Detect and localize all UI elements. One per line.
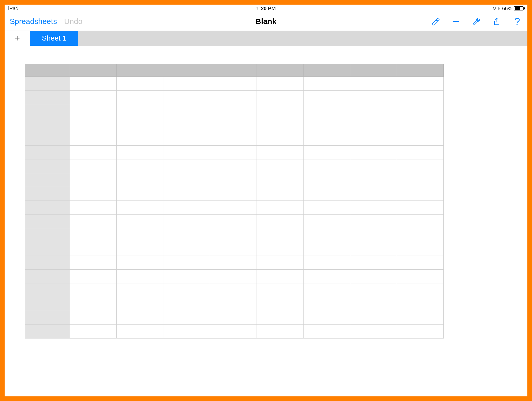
row-header[interactable] — [25, 201, 70, 215]
cell[interactable] — [257, 77, 304, 91]
cell[interactable] — [257, 159, 304, 173]
cell[interactable] — [70, 187, 117, 201]
cell[interactable] — [304, 173, 350, 187]
cell[interactable] — [117, 77, 163, 91]
row-header[interactable] — [25, 297, 70, 311]
cell[interactable] — [257, 283, 304, 297]
insert-button[interactable] — [451, 16, 461, 27]
cell[interactable] — [70, 283, 117, 297]
cell[interactable] — [350, 77, 397, 91]
cell[interactable] — [350, 159, 397, 173]
cell[interactable] — [304, 242, 350, 256]
cell[interactable] — [304, 132, 350, 146]
row-header[interactable] — [25, 146, 70, 159]
cell[interactable] — [117, 270, 163, 283]
grid-corner-cell[interactable] — [25, 64, 70, 77]
cell[interactable] — [163, 311, 210, 325]
cell[interactable] — [397, 132, 444, 146]
cell[interactable] — [350, 325, 397, 339]
cell[interactable] — [163, 159, 210, 173]
cell[interactable] — [350, 118, 397, 132]
cell[interactable] — [210, 270, 257, 283]
cell[interactable] — [163, 132, 210, 146]
sheet-canvas[interactable] — [5, 46, 527, 396]
cell[interactable] — [397, 270, 444, 283]
cell[interactable] — [163, 77, 210, 91]
cell[interactable] — [350, 146, 397, 159]
cell[interactable] — [210, 311, 257, 325]
row-header[interactable] — [25, 228, 70, 242]
cell[interactable] — [304, 91, 350, 104]
cell[interactable] — [70, 159, 117, 173]
cell[interactable] — [350, 311, 397, 325]
cell[interactable] — [117, 187, 163, 201]
cell[interactable] — [163, 104, 210, 118]
cell[interactable] — [70, 146, 117, 159]
cell[interactable] — [210, 159, 257, 173]
cell[interactable] — [70, 297, 117, 311]
cell[interactable] — [257, 201, 304, 215]
column-header[interactable] — [397, 64, 444, 77]
cell[interactable] — [163, 118, 210, 132]
cell[interactable] — [304, 297, 350, 311]
share-button[interactable] — [492, 16, 502, 27]
format-brush-button[interactable] — [430, 16, 441, 27]
cell[interactable] — [257, 270, 304, 283]
cell[interactable] — [304, 228, 350, 242]
cell[interactable] — [70, 104, 117, 118]
cell[interactable] — [350, 242, 397, 256]
cell[interactable] — [117, 283, 163, 297]
cell[interactable] — [210, 132, 257, 146]
cell[interactable] — [397, 311, 444, 325]
cell[interactable] — [70, 256, 117, 270]
cell[interactable] — [304, 270, 350, 283]
cell[interactable] — [210, 228, 257, 242]
cell[interactable] — [350, 187, 397, 201]
cell[interactable] — [163, 173, 210, 187]
cell[interactable] — [210, 187, 257, 201]
cell[interactable] — [163, 242, 210, 256]
cell[interactable] — [257, 256, 304, 270]
cell[interactable] — [210, 256, 257, 270]
row-header[interactable] — [25, 91, 70, 104]
cell[interactable] — [397, 325, 444, 339]
row-header[interactable] — [25, 118, 70, 132]
cell[interactable] — [304, 146, 350, 159]
cell[interactable] — [257, 325, 304, 339]
cell[interactable] — [304, 311, 350, 325]
cell[interactable] — [163, 91, 210, 104]
cell[interactable] — [304, 118, 350, 132]
cell[interactable] — [70, 118, 117, 132]
cell[interactable] — [117, 242, 163, 256]
cell[interactable] — [257, 215, 304, 228]
cell[interactable] — [70, 228, 117, 242]
add-sheet-button[interactable] — [5, 31, 30, 46]
cell[interactable] — [210, 91, 257, 104]
cell[interactable] — [117, 228, 163, 242]
cell[interactable] — [304, 201, 350, 215]
cell[interactable] — [163, 256, 210, 270]
cell[interactable] — [117, 118, 163, 132]
row-header[interactable] — [25, 104, 70, 118]
cell[interactable] — [397, 187, 444, 201]
cell[interactable] — [304, 77, 350, 91]
cell[interactable] — [117, 173, 163, 187]
cell[interactable] — [350, 270, 397, 283]
cell[interactable] — [397, 297, 444, 311]
cell[interactable] — [304, 256, 350, 270]
cell[interactable] — [117, 311, 163, 325]
cell[interactable] — [163, 215, 210, 228]
column-header[interactable] — [304, 64, 350, 77]
cell[interactable] — [350, 228, 397, 242]
cell[interactable] — [397, 283, 444, 297]
cell[interactable] — [350, 256, 397, 270]
row-header[interactable] — [25, 173, 70, 187]
cell[interactable] — [210, 297, 257, 311]
cell[interactable] — [304, 325, 350, 339]
cell[interactable] — [304, 104, 350, 118]
cell[interactable] — [397, 146, 444, 159]
cell[interactable] — [350, 297, 397, 311]
cell[interactable] — [163, 201, 210, 215]
cell[interactable] — [70, 173, 117, 187]
cell[interactable] — [397, 91, 444, 104]
